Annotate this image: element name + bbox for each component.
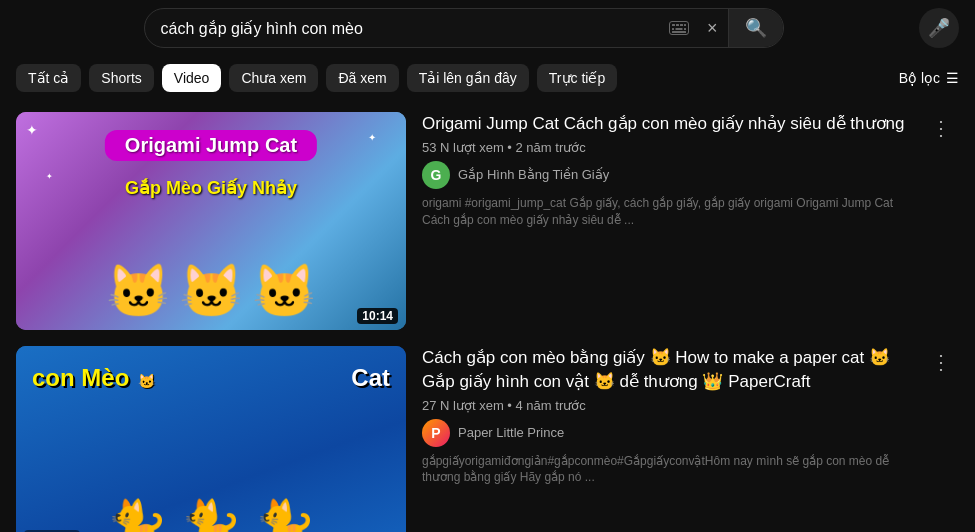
thumbnail-2[interactable]: con Mèo 🐱 Cat 🐈 🐈 🐈 MASHIORIGAMI 12:26 (16, 346, 406, 532)
video-options-button-1[interactable]: ⋮ (923, 112, 959, 144)
svg-rect-5 (672, 28, 674, 30)
svg-rect-6 (675, 28, 682, 30)
filter-upload[interactable]: Tải lên gần đây (407, 64, 529, 92)
channel-row-2: P Paper Little Prince (422, 419, 919, 447)
filter-unwatched[interactable]: Chưa xem (229, 64, 318, 92)
video-desc-1: origami #origami_jump_cat Gắp giấy, cách… (422, 195, 919, 229)
main-content: ✦ ✦ ✦ Origami Jump Cat Gắp Mèo Giấy Nhảy… (0, 100, 975, 532)
keyboard-icon (661, 21, 697, 35)
svg-rect-3 (680, 24, 683, 26)
search-icon: 🔍 (745, 17, 767, 39)
thumbnail-1[interactable]: ✦ ✦ ✦ Origami Jump Cat Gắp Mèo Giấy Nhảy… (16, 112, 406, 330)
svg-rect-1 (672, 24, 675, 26)
close-icon: × (707, 18, 718, 39)
video-info-1: Origami Jump Cat Cách gắp con mèo giấy n… (422, 112, 919, 228)
search-submit-button[interactable]: 🔍 (728, 9, 783, 47)
filter-watched[interactable]: Đã xem (326, 64, 398, 92)
thumb1-title-text: Origami Jump Cat (125, 134, 297, 156)
thumb1-sub-text: Gắp Mèo Giấy Nhảy (125, 178, 297, 198)
video-info-section-2: Cách gắp con mèo bằng giấy 🐱 How to make… (422, 346, 959, 486)
video-title-2: Cách gắp con mèo bằng giấy 🐱 How to make… (422, 346, 919, 394)
filter-label: Bộ lọc (899, 70, 940, 86)
video-desc-2: gắpgiấyorigamiđơngiản#gắpconmèo#Gắpgiấyc… (422, 453, 919, 487)
svg-rect-4 (684, 24, 686, 26)
duration-badge-1: 10:14 (357, 308, 398, 324)
search-bar: × 🔍 (144, 8, 784, 48)
thumb2-title-text: con Mèo (32, 364, 129, 391)
video-info-section-1: Origami Jump Cat Cách gắp con mèo giấy n… (422, 112, 959, 228)
video-title-1: Origami Jump Cat Cách gắp con mèo giấy n… (422, 112, 919, 136)
channel-row-1: G Gắp Hình Bằng Tiền Giấy (422, 161, 919, 189)
mic-icon: 🎤 (928, 17, 950, 39)
channel-avatar-2: P (422, 419, 450, 447)
filter-live[interactable]: Trực tiếp (537, 64, 617, 92)
filter-all[interactable]: Tất cả (16, 64, 81, 92)
clear-search-button[interactable]: × (697, 18, 728, 39)
channel-name-2: Paper Little Prince (458, 425, 564, 440)
filter-icon: ☰ (946, 70, 959, 86)
channel-name-1: Gắp Hình Bằng Tiền Giấy (458, 167, 609, 182)
video-options-button-2[interactable]: ⋮ (923, 346, 959, 378)
filter-video[interactable]: Video (162, 64, 222, 92)
header: × 🔍 🎤 (0, 0, 975, 56)
filter-shorts[interactable]: Shorts (89, 64, 153, 92)
filter-options-button[interactable]: Bộ lọc ☰ (899, 70, 959, 86)
svg-rect-7 (684, 28, 686, 30)
search-input[interactable] (145, 19, 661, 37)
video-card-2: con Mèo 🐱 Cat 🐈 🐈 🐈 MASHIORIGAMI 12:26 (16, 346, 959, 532)
mic-button[interactable]: 🎤 (919, 8, 959, 48)
channel-avatar-1: G (422, 161, 450, 189)
filter-bar: Tất cả Shorts Video Chưa xem Đã xem Tải … (0, 56, 975, 100)
video-meta-1: 53 N lượt xem • 2 năm trước (422, 140, 919, 155)
video-card-1: ✦ ✦ ✦ Origami Jump Cat Gắp Mèo Giấy Nhảy… (16, 112, 959, 330)
svg-rect-2 (676, 24, 679, 26)
svg-rect-8 (672, 31, 686, 33)
video-meta-2: 27 N lượt xem • 4 năm trước (422, 398, 919, 413)
thumb2-sub-text: Cat (351, 364, 390, 391)
video-info-2: Cách gắp con mèo bằng giấy 🐱 How to make… (422, 346, 919, 486)
